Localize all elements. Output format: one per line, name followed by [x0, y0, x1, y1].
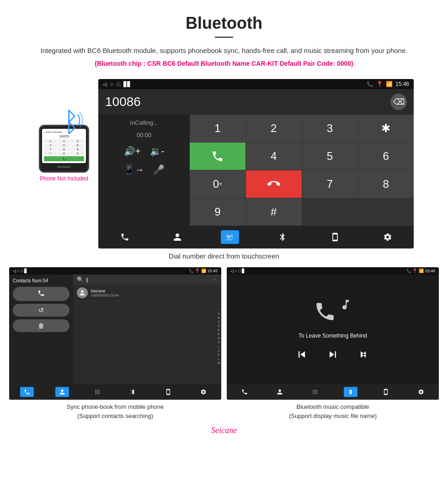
music-screen: ◁ ○ □ ▊ 📞 📍 📶 15:46 To: [227, 267, 439, 400]
search-cursor: |: [86, 277, 88, 282]
key-star[interactable]: ✱: [358, 115, 414, 142]
music-track-name: To Leave Something Behind: [299, 333, 367, 339]
dial-keypad: 1 2 3 ✱ 4 5 6 0+ 7 8 9: [190, 115, 414, 226]
contact-number: 10655059113144: [91, 293, 119, 297]
music-nav-bluetooth[interactable]: [344, 387, 357, 397]
contacts-nav-dialpad[interactable]: [91, 387, 104, 397]
nav-transfer-icon[interactable]: [326, 230, 344, 244]
key-8[interactable]: 8: [358, 170, 414, 198]
call-status-label: InCalling...: [103, 119, 185, 126]
sync-action-button[interactable]: ↺: [13, 304, 69, 317]
contacts-nav-settings[interactable]: [197, 387, 210, 397]
svg-point-1: [97, 390, 98, 391]
svg-point-12: [313, 391, 314, 392]
music-nav-transfer[interactable]: [379, 387, 393, 397]
music-nav-settings[interactable]: [414, 387, 428, 397]
key-0plus[interactable]: 0+: [190, 170, 245, 198]
key-7[interactable]: 7: [302, 170, 358, 198]
status-bar: ◁ ○ □ ▊▊ 📞 📍 📶 15:46: [98, 79, 414, 89]
nav-dialpad-icon[interactable]: [221, 230, 239, 244]
watermark: Seicane: [0, 423, 448, 438]
key-hash[interactable]: #: [246, 198, 302, 226]
music-nav-contacts[interactable]: [273, 387, 287, 397]
prev-track-button[interactable]: [295, 348, 308, 364]
contacts-nav-contacts[interactable]: [55, 387, 69, 397]
alpha-f: F: [218, 333, 220, 336]
contacts-status-bar: ◁ ○ □ ▊ 📞 📍 📶 15:45: [9, 267, 221, 275]
music-note-icon: [339, 298, 352, 313]
phone-call-button[interactable]: 📞: [44, 156, 84, 161]
alpha-b: B: [218, 316, 220, 319]
contacts-nav-bluetooth[interactable]: [126, 387, 140, 397]
nav-contacts-icon[interactable]: [168, 230, 187, 244]
alpha-index: * A B C D E F G H I J K L M: [218, 288, 220, 384]
alpha-d: D: [218, 324, 220, 328]
search-back-button[interactable]: ←: [212, 276, 218, 283]
contacts-nav-transfer[interactable]: [161, 387, 175, 397]
music-nav-call[interactable]: [238, 387, 251, 397]
contacts-bottom-nav: [9, 384, 221, 400]
key-6[interactable]: 6: [358, 143, 414, 170]
title-divider: [215, 37, 233, 38]
alpha-c: C: [218, 320, 220, 323]
call-action-button[interactable]: [13, 287, 69, 301]
delete-action-button[interactable]: 🗑: [13, 319, 69, 332]
phone-mockup: + Add to Contacts 10655 1 2 3 4 5 6 7 8 …: [34, 106, 94, 182]
alpha-j: J: [218, 349, 220, 352]
contact-avatar: [77, 287, 88, 298]
location-icon: 📍: [376, 81, 383, 87]
nav-bluetooth-icon[interactable]: [273, 230, 292, 244]
contacts-search-bar[interactable]: 🔍 | ←: [73, 275, 221, 285]
next-track-button[interactable]: [357, 348, 370, 364]
svg-point-13: [315, 391, 315, 392]
recents-icon: □: [117, 81, 120, 87]
key-1[interactable]: 1: [190, 115, 245, 142]
red-call-button[interactable]: [246, 170, 302, 198]
dial-bottom-nav: [98, 226, 414, 248]
key-2[interactable]: 2: [246, 115, 302, 142]
contacts-body: Contacts Num:54 ↺ 🗑 🔍 | ←: [9, 275, 221, 384]
alpha-a: A: [218, 312, 220, 315]
dial-number[interactable]: 10086: [105, 95, 390, 109]
music-status-left: ◁ ○ □ ▊: [230, 269, 245, 273]
volume-up-icon[interactable]: 🔊+: [124, 146, 141, 157]
contacts-count: Contacts Num:54: [13, 278, 69, 283]
key-9[interactable]: 9: [190, 198, 245, 226]
backspace-button[interactable]: ⌫: [390, 94, 407, 110]
contact-item-seicane[interactable]: Seicane 10655059113144: [73, 285, 221, 301]
phone-screen: + Add to Contacts 10655 1 2 3 4 5 6 7 8 …: [42, 129, 86, 163]
music-caption: Bluetooth music compatible(Support displ…: [227, 402, 439, 420]
alpha-star: *: [218, 308, 220, 311]
key-3[interactable]: 3: [302, 115, 358, 142]
transfer-icon[interactable]: 📱→: [123, 164, 144, 175]
green-call-button[interactable]: [190, 143, 245, 170]
key-4[interactable]: 4: [246, 143, 302, 170]
key-5[interactable]: 5: [302, 143, 358, 170]
search-icon: 🔍: [77, 276, 84, 283]
contacts-nav-call[interactable]: [20, 387, 34, 397]
nav-settings-icon[interactable]: [379, 230, 397, 244]
phone-key-2: 2: [58, 139, 71, 143]
music-nav-dialpad[interactable]: [308, 387, 322, 397]
svg-point-8: [99, 393, 100, 394]
status-bar-left: ◁ ○ □ ▊▊: [103, 81, 131, 87]
svg-point-11: [316, 390, 317, 391]
phone-status-icon: 📞: [367, 81, 373, 87]
mic-icon[interactable]: 🎤: [153, 164, 165, 175]
phone-not-included-label: Phone Not Included: [40, 175, 88, 182]
main-screen-wrapper: + Add to Contacts 10655 1 2 3 4 5 6 7 8 …: [34, 79, 414, 248]
phone-music-icon: [314, 300, 336, 327]
svg-point-3: [96, 391, 96, 392]
music-bottom-nav: [227, 384, 439, 400]
music-icon-area: [314, 300, 352, 327]
bottom-screens: ◁ ○ □ ▊ 📞 📍 📶 15:45 Contacts Num:54 ↺ 🗑 …: [0, 267, 448, 420]
svg-point-7: [97, 393, 98, 394]
svg-point-9: [313, 390, 314, 391]
svg-point-10: [315, 390, 315, 391]
volume-down-icon[interactable]: 🔉-: [150, 146, 165, 157]
nav-call-icon[interactable]: [116, 230, 134, 244]
music-controls: [295, 348, 370, 364]
phone-key-8: 8: [58, 148, 71, 151]
play-pause-button[interactable]: [326, 348, 339, 364]
alpha-h: H: [218, 341, 220, 344]
